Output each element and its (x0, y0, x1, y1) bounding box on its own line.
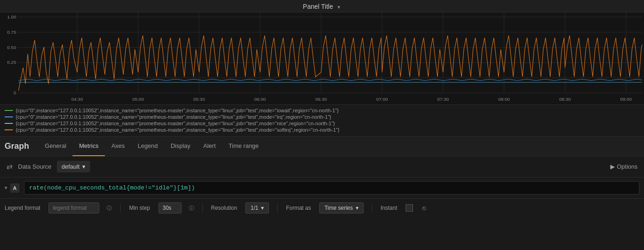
svg-text:0: 0 (13, 90, 16, 95)
legend-item-3[interactable]: {cpu="0",instance="127.0.0.1:10052",inst… (5, 127, 639, 133)
svg-text:04:30: 04:30 (71, 97, 83, 102)
svg-text:05:30: 05:30 (193, 97, 205, 102)
svg-text:07:00: 07:00 (376, 97, 388, 102)
tab-legend[interactable]: Legend (131, 137, 164, 156)
svg-text:0.50: 0.50 (7, 45, 17, 50)
datasource-icon: ⇄ (6, 162, 12, 171)
svg-text:06:30: 06:30 (315, 97, 327, 102)
legend-format-label: Legend format (5, 205, 40, 211)
datasource-dropdown[interactable]: default ▾ (57, 161, 90, 172)
tab-metrics[interactable]: Metrics (73, 137, 105, 156)
legend-color-3 (5, 129, 13, 130)
query-link-button[interactable]: ⎋ (419, 203, 429, 213)
tab-axes[interactable]: Axes (105, 137, 131, 156)
chart-svg: 1.00 0.75 0.50 0.25 0 04:30 05:00 05:30 … (0, 12, 644, 104)
options-button[interactable]: ▶ Options (610, 163, 638, 170)
datasource-row: ⇄ Data Source default ▾ ▶ Options (0, 156, 644, 177)
options-label: Options (617, 163, 638, 170)
tab-alert[interactable]: Alert (197, 137, 222, 156)
legend-label-2: {cpu="0",instance="127.0.0.1:10052",inst… (16, 121, 335, 126)
query-expression-input[interactable] (24, 181, 639, 195)
separator-4 (372, 203, 372, 213)
format-as-value: Time series (324, 205, 353, 211)
panel-title-bar: Panel Title ▼ (0, 0, 644, 12)
chart-container: 1.00 0.75 0.50 0.25 0 04:30 05:00 05:30 … (0, 12, 644, 105)
svg-text:06:00: 06:00 (254, 97, 266, 102)
datasource-label: Data Source (18, 163, 51, 170)
tab-general[interactable]: General (38, 137, 73, 156)
options-row: Legend format ⓘ Min step ⓘ Resolution 1/… (0, 199, 644, 217)
resolution-value: 1/1 (250, 205, 258, 211)
query-row: ▾ A (0, 177, 644, 199)
instant-checkbox[interactable] (406, 204, 413, 212)
query-collapse-icon[interactable]: ▾ (5, 185, 7, 191)
query-letter[interactable]: A (10, 183, 19, 193)
resolution-label: Resolution (211, 205, 237, 211)
svg-rect-0 (0, 12, 644, 104)
panel-title-arrow-icon[interactable]: ▼ (337, 5, 341, 10)
svg-text:0.75: 0.75 (7, 30, 17, 35)
legend-area: {cpu="0",instance="127.0.0.1:10052",inst… (0, 105, 644, 137)
legend-color-2 (5, 123, 13, 124)
legend-item-2[interactable]: {cpu="0",instance="127.0.0.1:10052",inst… (5, 121, 639, 126)
svg-text:08:30: 08:30 (559, 97, 571, 102)
legend-label-3: {cpu="0",instance="127.0.0.1:10052",inst… (16, 127, 340, 133)
tab-time-range[interactable]: Time range (222, 137, 265, 156)
svg-text:07:30: 07:30 (437, 97, 449, 102)
resolution-chevron-icon: ▾ (261, 205, 264, 211)
svg-text:1.00: 1.00 (7, 14, 17, 19)
link-icon: ⎋ (422, 204, 426, 212)
panel-type-label: Graph (5, 141, 29, 151)
options-arrow-icon: ▶ (610, 163, 615, 170)
format-as-chevron-icon: ▾ (356, 205, 358, 211)
panel-title: Panel Title (303, 3, 333, 10)
instant-label: Instant (381, 205, 397, 211)
legend-label-1: {cpu="0",instance="127.0.0.1:10052",inst… (16, 114, 331, 120)
svg-text:08:00: 08:00 (498, 97, 510, 102)
separator-2 (202, 203, 203, 213)
legend-color-0 (5, 110, 13, 111)
svg-text:05:00: 05:00 (132, 97, 144, 102)
min-step-info-icon: ⓘ (189, 205, 194, 212)
datasource-value: default (61, 163, 79, 170)
legend-item-1[interactable]: {cpu="0",instance="127.0.0.1:10052",inst… (5, 114, 639, 120)
separator-3 (277, 203, 278, 213)
legend-format-info-icon: ⓘ (107, 205, 112, 212)
tab-display[interactable]: Display (164, 137, 197, 156)
legend-item-0[interactable]: {cpu="0",instance="127.0.0.1:10052",inst… (5, 108, 639, 113)
format-as-dropdown[interactable]: Time series ▾ (319, 202, 364, 213)
svg-text:09:00: 09:00 (620, 97, 632, 102)
svg-text:0.25: 0.25 (7, 60, 17, 65)
min-step-input[interactable] (158, 202, 182, 213)
legend-label-0: {cpu="0",instance="127.0.0.1:10052",inst… (16, 108, 339, 113)
legend-color-1 (5, 116, 13, 117)
tabs-bar: Graph General Metrics Axes Legend Displa… (0, 137, 644, 156)
format-as-label: Format as (286, 205, 311, 211)
resolution-dropdown[interactable]: 1/1 ▾ (245, 202, 269, 213)
legend-format-input[interactable] (49, 202, 99, 213)
datasource-chevron-icon: ▾ (82, 163, 85, 170)
min-step-label: Min step (129, 205, 150, 211)
separator-1 (120, 203, 121, 213)
